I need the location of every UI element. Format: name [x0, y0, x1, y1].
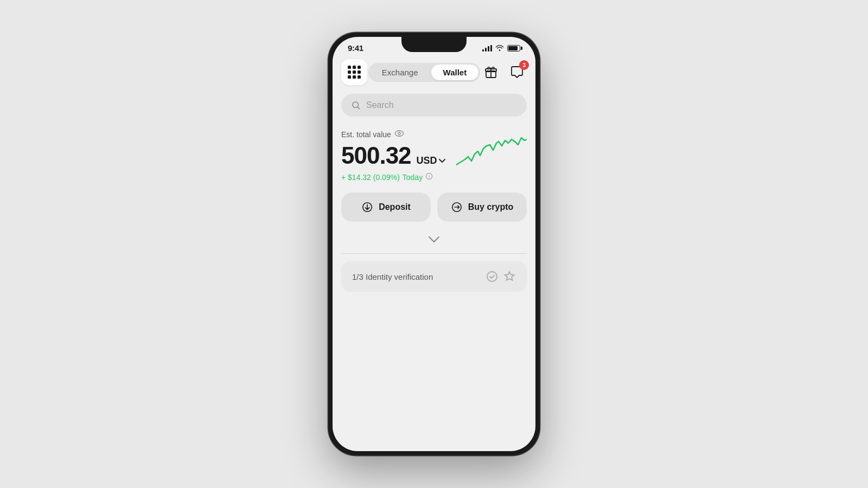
tab-switcher: Exchange Wallet	[368, 63, 480, 82]
portfolio-left: Est. total value 500.32 USD	[341, 130, 445, 182]
deposit-icon	[361, 201, 373, 213]
menu-button[interactable]	[341, 59, 367, 85]
currency-selector[interactable]: USD	[417, 155, 445, 166]
info-icon: i	[425, 172, 433, 182]
phone-screen: 9:41	[333, 37, 535, 451]
svg-text:i: i	[429, 174, 430, 179]
svg-point-9	[487, 272, 497, 281]
action-buttons: Deposit Buy crypto	[341, 192, 527, 222]
status-icons	[482, 44, 520, 53]
svg-point-4	[398, 132, 401, 135]
nav-icons: 3	[481, 62, 527, 82]
gift-button[interactable]	[481, 62, 501, 82]
search-bar[interactable]: Search	[341, 94, 527, 117]
sparkline-chart	[456, 130, 527, 173]
top-nav: Exchange Wallet	[341, 55, 527, 94]
divider	[341, 253, 527, 254]
portfolio-value: 500.32	[341, 142, 411, 169]
search-icon	[351, 100, 361, 110]
tab-exchange[interactable]: Exchange	[370, 65, 430, 80]
identity-row: 1/3 Identity verification	[352, 270, 516, 283]
phone-mockup: 9:41	[328, 33, 540, 455]
tab-wallet[interactable]: Wallet	[431, 65, 479, 80]
identity-section[interactable]: 1/3 Identity verification	[341, 261, 527, 292]
portfolio-change: + $14.32 (0.09%) Today i	[341, 172, 445, 182]
notch	[401, 37, 467, 52]
wifi-icon	[495, 44, 504, 53]
portfolio-value-row: 500.32 USD	[341, 142, 445, 169]
grid-icon	[348, 66, 361, 79]
gift-icon	[484, 66, 497, 79]
signal-bars-icon	[482, 45, 492, 52]
identity-text: 1/3 Identity verification	[352, 272, 433, 281]
search-placeholder: Search	[366, 100, 394, 110]
messages-button[interactable]: 3	[507, 62, 527, 82]
est-label: Est. total value	[341, 130, 445, 139]
star-icon	[503, 270, 516, 283]
chevron-down-expand-icon	[428, 236, 440, 243]
expand-row[interactable]	[341, 232, 527, 248]
eye-icon[interactable]	[394, 130, 404, 139]
buy-crypto-button[interactable]: Buy crypto	[437, 192, 527, 222]
deposit-button[interactable]: Deposit	[341, 192, 431, 222]
check-circle-icon	[486, 270, 499, 283]
app-content: Exchange Wallet	[333, 55, 535, 292]
chevron-down-icon	[439, 159, 445, 163]
messages-badge: 3	[519, 60, 529, 70]
identity-icons	[486, 270, 516, 283]
status-time: 9:41	[348, 43, 363, 53]
svg-point-3	[395, 131, 403, 137]
buy-crypto-icon	[451, 201, 463, 213]
battery-icon	[507, 45, 520, 52]
portfolio-section: Est. total value 500.32 USD	[341, 130, 527, 182]
